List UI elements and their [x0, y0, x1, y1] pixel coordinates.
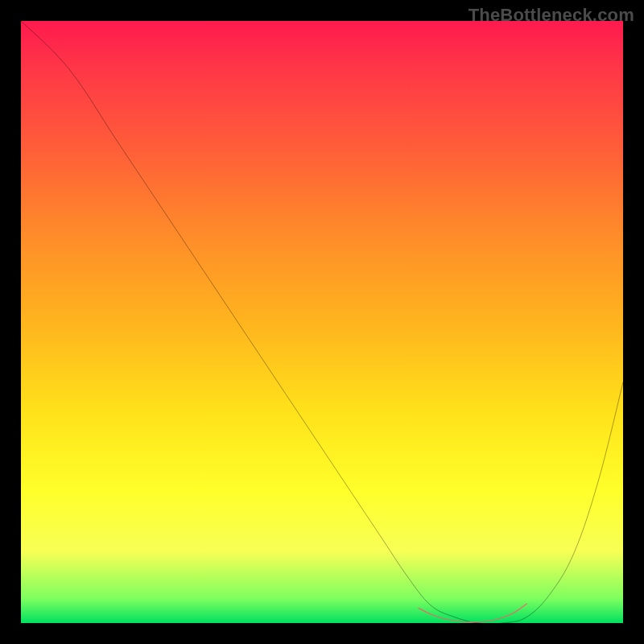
chart-plot-area [21, 21, 623, 623]
watermark-text: TheBottleneck.com [469, 5, 634, 26]
bottleneck-curve-path [21, 21, 623, 623]
chart-svg [21, 21, 623, 623]
highlight-band-path [419, 604, 527, 622]
chart-frame: TheBottleneck.com [0, 0, 644, 644]
